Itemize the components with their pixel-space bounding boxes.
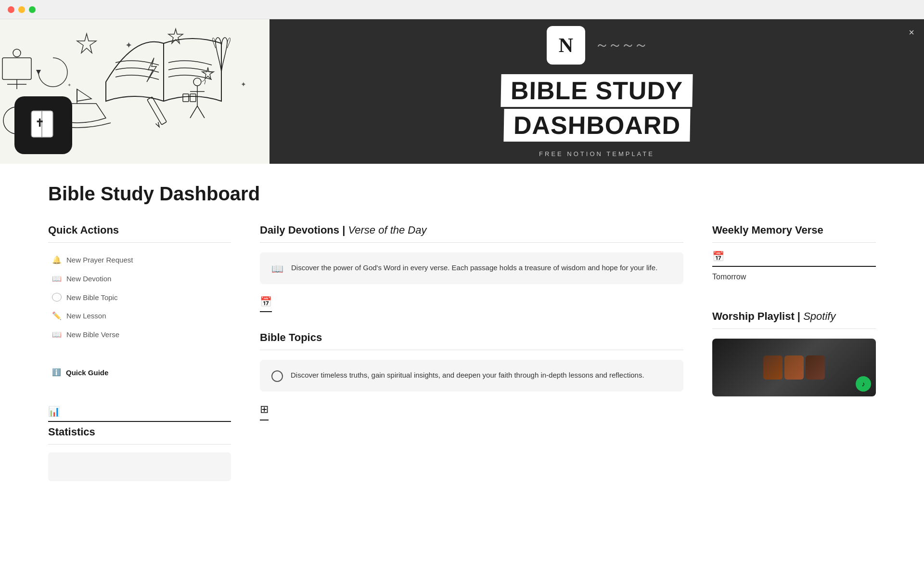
daily-devotions-heading: Daily Devotions | Verse of the Day (260, 224, 683, 243)
prayer-request-icon: 🔔 (52, 255, 62, 264)
daily-devotions-section: Daily Devotions | Verse of the Day 📖 Dis… (260, 224, 683, 327)
bible-topics-card-text: Discover timeless truths, gain spiritual… (291, 369, 644, 381)
worship-playlist-label: Worship Playlist | (712, 310, 803, 322)
spotify-label: Spotify (803, 310, 835, 322)
new-bible-verse-item[interactable]: 📖 New Bible Verse (48, 325, 231, 344)
new-bible-verse-label: New Bible Verse (66, 330, 119, 339)
new-prayer-request-label: New Prayer Request (66, 256, 133, 264)
devotion-card-icon: 📖 (271, 263, 283, 275)
svg-rect-14 (183, 94, 189, 102)
main-content: Bible Study Dashboard Quick Actions 🔔 Ne… (0, 164, 924, 500)
spotify-thumbnail[interactable]: ♪ (712, 339, 876, 396)
person-thumb-2 (784, 355, 804, 380)
banner: ✦ ✦ ✦ ✝ × N (0, 19, 924, 164)
svg-marker-0 (77, 34, 96, 53)
bible-topics-bottom-icon: ⊞ (260, 399, 269, 420)
page-title: Bible Study Dashboard (48, 183, 876, 205)
devotion-bottom-icon: 📅 (260, 292, 272, 312)
maximize-window-button[interactable] (29, 6, 36, 13)
banner-left: ✦ ✦ ✦ ✝ (0, 19, 289, 164)
banner-right: × N ～～～～ BIBLE STUDY DASHBOARD FREE NOTI… (270, 19, 924, 164)
devotion-icon: 📖 (52, 274, 62, 283)
window-chrome (0, 0, 924, 19)
devotion-card: 📖 Discover the power of God's Word in ev… (260, 252, 683, 284)
verse-of-day-label: Verse of the Day (348, 224, 426, 236)
person-thumb-1 (763, 355, 783, 380)
banner-bible-study-label: BIBLE STUDY (501, 74, 693, 107)
columns-layout: Quick Actions 🔔 New Prayer Request 📖 New… (48, 224, 876, 481)
svg-text:✦: ✦ (67, 82, 71, 88)
wavy-decoration: ～～～～ (595, 35, 647, 55)
quick-guide-label: Quick Guide (66, 368, 108, 377)
svg-rect-3 (2, 58, 31, 79)
statistics-heading: Statistics (48, 426, 231, 445)
quick-actions-heading: Quick Actions (48, 224, 231, 243)
memory-verse-calendar-icon: 📅 (712, 250, 724, 262)
calendar-bottom-icon: 📅 (260, 296, 272, 307)
people-thumbnails (763, 355, 825, 380)
new-lesson-label: New Lesson (66, 312, 106, 320)
bible-topic-icon (52, 293, 62, 302)
minimize-window-button[interactable] (18, 6, 25, 13)
bible-topics-heading: Bible Topics (260, 331, 683, 350)
worship-playlist-heading: Worship Playlist | Spotify (712, 310, 876, 329)
devotion-card-text: Discover the power of God's Word in ever… (291, 262, 657, 274)
banner-dashboard-label: DASHBOARD (503, 109, 690, 142)
close-window-button[interactable] (8, 6, 14, 13)
svg-text:✝: ✝ (35, 117, 44, 129)
grid-bottom-icon: ⊞ (260, 403, 269, 416)
new-lesson-item[interactable]: ✏️ New Lesson (48, 306, 231, 325)
quick-guide-icon: ℹ️ (52, 368, 61, 377)
weekly-memory-verse-heading: Weekly Memory Verse (712, 224, 876, 243)
banner-close-button[interactable]: × (909, 27, 914, 38)
bible-topics-section: Bible Topics Discover timeless truths, g… (260, 331, 683, 435)
person-thumb-3 (806, 355, 825, 380)
svg-text:✦: ✦ (125, 40, 132, 50)
new-prayer-request-item[interactable]: 🔔 New Prayer Request (48, 250, 231, 269)
banner-free-template-label: FREE NOTION TEMPLATE (539, 150, 654, 158)
memory-verse-section: Weekly Memory Verse 📅 Tomorrow (712, 224, 876, 281)
banner-title-block: BIBLE STUDY DASHBOARD (501, 74, 693, 142)
spotify-play-icon: ♪ (862, 380, 865, 388)
svg-rect-15 (190, 94, 196, 102)
bible-topics-card-icon (271, 370, 283, 382)
notion-logo-area: N ～～～～ (547, 26, 647, 65)
notion-logo: N (547, 26, 585, 65)
spotify-icon[interactable]: ♪ (856, 376, 871, 392)
quick-guide-item[interactable]: ℹ️ Quick Guide (48, 363, 231, 381)
tomorrow-text: Tomorrow (712, 273, 876, 281)
svg-point-13 (193, 78, 201, 86)
memory-verse-icon-row: 📅 (712, 250, 876, 267)
statistics-bar-chart-icon: 📊 (48, 406, 60, 417)
worship-playlist-section: Worship Playlist | Spotify ♪ (712, 310, 876, 396)
statistics-heading-row: 📊 (48, 406, 231, 422)
lesson-icon: ✏️ (52, 311, 62, 320)
daily-devotions-label: Daily Devotions | (260, 224, 348, 236)
new-devotion-item[interactable]: 📖 New Devotion (48, 269, 231, 288)
svg-point-4 (13, 49, 21, 57)
bible-app-icon: ✝ (14, 96, 72, 154)
action-list: 🔔 New Prayer Request 📖 New Devotion New … (48, 250, 231, 344)
page-wrapper: ✦ ✦ ✦ ✝ × N (0, 19, 924, 500)
bible-topics-card: Discover timeless truths, gain spiritual… (260, 360, 683, 392)
new-bible-topic-item[interactable]: New Bible Topic (48, 288, 231, 306)
middle-column: Daily Devotions | Verse of the Day 📖 Dis… (260, 224, 683, 435)
statistics-section: 📊 Statistics (48, 406, 231, 481)
new-bible-topic-label: New Bible Topic (66, 293, 117, 302)
right-column: Weekly Memory Verse 📅 Tomorrow Worship P… (712, 224, 876, 396)
statistics-placeholder (48, 452, 231, 481)
bible-verse-icon: 📖 (52, 330, 62, 339)
left-column: Quick Actions 🔔 New Prayer Request 📖 New… (48, 224, 231, 481)
svg-text:✦: ✦ (241, 80, 246, 88)
svg-marker-7 (36, 70, 41, 75)
new-devotion-label: New Devotion (66, 275, 111, 283)
